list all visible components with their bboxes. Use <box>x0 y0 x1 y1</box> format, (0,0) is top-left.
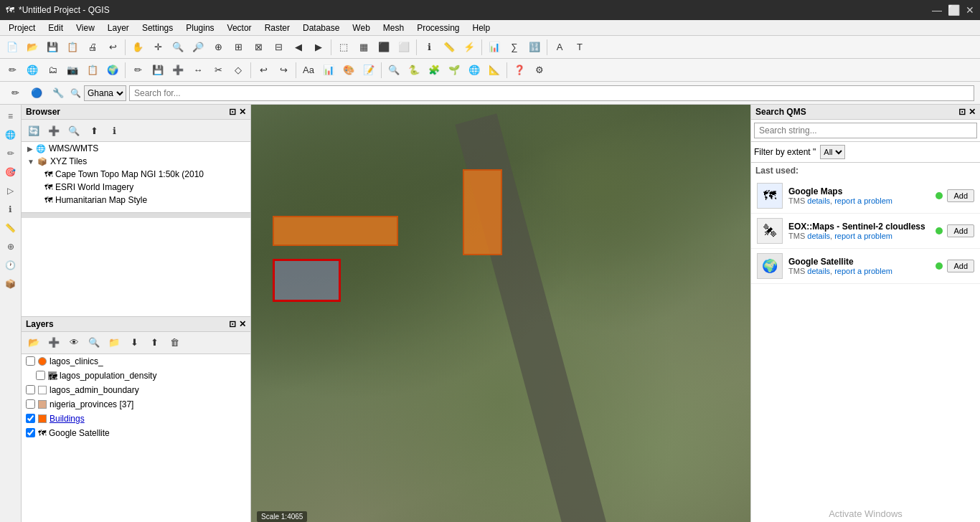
map-building-1[interactable] <box>463 169 502 255</box>
layers-expand-button[interactable]: ⬇ <box>125 333 143 352</box>
qms-report-google-sat-link[interactable]: report a problem <box>834 267 892 275</box>
sidebar-identify-icon[interactable]: ℹ <box>2 201 19 218</box>
menu-project[interactable]: Project <box>3 22 41 34</box>
sidebar-select-icon[interactable]: ▷ <box>2 182 19 199</box>
menu-database[interactable]: Database <box>297 22 345 34</box>
attribute-table-button[interactable]: 📊 <box>485 38 504 57</box>
menu-settings[interactable]: Settings <box>136 22 179 34</box>
undo-edit-button[interactable]: ↩ <box>254 61 273 80</box>
edit-current-button[interactable]: ✏ <box>3 61 22 80</box>
title-bar-controls[interactable]: — ⬜ ✕ <box>932 4 974 16</box>
new-project-button[interactable]: 📄 <box>3 38 22 57</box>
locator-filter-button[interactable]: 🔍 <box>385 61 403 80</box>
qms-float-icon[interactable]: ⊡ <box>958 107 966 117</box>
sidebar-browser-icon[interactable]: 🌐 <box>2 126 19 143</box>
browser-float-icon[interactable]: ⊡ <box>229 107 236 117</box>
menu-edit[interactable]: Edit <box>42 22 69 34</box>
menu-raster[interactable]: Raster <box>259 22 296 34</box>
zoom-last-button[interactable]: ◀ <box>289 38 308 57</box>
layer-item-buildings[interactable]: Buildings <box>22 412 250 426</box>
open-project-button[interactable]: 📂 <box>23 38 42 57</box>
qms-report-google-maps-link[interactable]: report a problem <box>834 196 892 205</box>
browser-properties-button[interactable]: ℹ <box>105 121 123 140</box>
add-csv-button[interactable]: 📋 <box>83 61 102 80</box>
browser-add-button[interactable]: ➕ <box>44 121 63 140</box>
add-layer-button[interactable]: 🌐 <box>23 61 42 80</box>
delete-feature-button[interactable]: ✂ <box>209 61 227 80</box>
sidebar-3d-icon[interactable]: 📦 <box>2 275 19 293</box>
layers-header-controls[interactable]: ⊡ ✕ <box>229 319 246 329</box>
map-building-selected[interactable] <box>273 259 341 302</box>
layer-checkbox-admin[interactable] <box>26 385 35 394</box>
qms-add-eox-button[interactable]: Add <box>947 224 974 237</box>
label-button[interactable]: A <box>550 38 569 57</box>
menu-view[interactable]: View <box>70 22 100 34</box>
layers-group-button[interactable]: 📁 <box>105 333 123 352</box>
maximize-button[interactable]: ⬜ <box>948 4 960 16</box>
zoom-out-button[interactable]: 🔎 <box>189 38 207 57</box>
qms-header-controls[interactable]: ⊡ ✕ <box>958 107 976 117</box>
current-edits-button[interactable]: ✏ <box>6 84 24 103</box>
qms-add-google-satellite-button[interactable]: Add <box>947 260 974 272</box>
map-area[interactable]: Scale 1:4065 <box>251 105 750 522</box>
zoom-next-button[interactable]: ▶ <box>309 38 328 57</box>
action-button[interactable]: ⚡ <box>460 38 479 57</box>
menu-processing[interactable]: Processing <box>411 22 465 34</box>
menu-layer[interactable]: Layer <box>102 22 135 34</box>
browser-item-capetown[interactable]: 🗺 Cape Town Topo Map NGI 1:50k (2010 <box>22 168 250 181</box>
browser-scrollbar[interactable] <box>22 212 250 218</box>
add-raster-button[interactable]: 📷 <box>63 61 82 80</box>
grass-button[interactable]: 🌱 <box>445 61 463 80</box>
layer-item-nigeria[interactable]: nigeria_provinces [37] <box>22 397 250 412</box>
layers-visibility-button[interactable]: 👁 <box>65 333 83 352</box>
calculator-button[interactable]: 🔢 <box>525 38 544 57</box>
label-color-button[interactable]: 🎨 <box>339 61 358 80</box>
menu-plugins[interactable]: Plugins <box>180 22 220 34</box>
layer-item-lagos-clinics[interactable]: lagos_clinics_ <box>22 354 250 369</box>
browser-item-xyz[interactable]: ▼ 📦 XYZ Tiles <box>22 155 250 168</box>
browser-filter-button[interactable]: 🔍 <box>65 121 83 140</box>
qms-item-google-satellite[interactable]: 🌍 Google Satellite TMS details, report a… <box>751 249 980 284</box>
layers-open-button[interactable]: 📂 <box>24 333 43 352</box>
layer-checkbox-nigeria[interactable] <box>26 399 35 409</box>
invert-selection-button[interactable]: ⬜ <box>395 38 413 57</box>
layers-float-icon[interactable]: ⊡ <box>229 319 236 329</box>
sidebar-measure-icon[interactable]: 📏 <box>2 219 19 237</box>
qms-details-google-maps-link[interactable]: details <box>807 196 830 205</box>
qms-details-eox-link[interactable]: details <box>807 232 830 240</box>
digitize-button[interactable]: 🔵 <box>27 84 46 103</box>
qms-close-icon[interactable]: ✕ <box>969 107 976 117</box>
label-tool-button[interactable]: Aa <box>299 61 318 80</box>
qms-item-eox[interactable]: 🛰 EOX::Maps - Sentinel-2 cloudless TMS d… <box>751 214 980 249</box>
save-as-button[interactable]: 📋 <box>63 38 82 57</box>
text-button[interactable]: T <box>570 38 589 57</box>
pan-to-selection-button[interactable]: ✛ <box>149 38 167 57</box>
layer-item-google-sat[interactable]: 🗺 Google Satellite <box>22 426 250 440</box>
python-button[interactable]: 🐍 <box>405 61 423 80</box>
print-button[interactable]: 🖨 <box>83 38 102 57</box>
redo-edit-button[interactable]: ↪ <box>274 61 293 80</box>
browser-collapse-button[interactable]: ⬆ <box>85 121 103 140</box>
sidebar-digitize-icon[interactable]: ✏ <box>2 145 19 162</box>
label-outline-button[interactable]: 📝 <box>359 61 378 80</box>
browser-item-esri[interactable]: 🗺 ESRI World Imagery <box>22 181 250 194</box>
layer-item-admin[interactable]: lagos_admin_boundary <box>22 383 250 397</box>
locator-country-select[interactable]: Ghana <box>84 85 126 101</box>
layer-checkbox-population[interactable] <box>36 371 45 380</box>
layers-add-button[interactable]: ➕ <box>44 333 63 352</box>
identify-button[interactable]: ℹ <box>420 38 438 57</box>
qms-details-google-sat-link[interactable]: details <box>807 267 830 275</box>
qms-item-google-maps[interactable]: 🗺 Google Maps TMS details, report a prob… <box>751 179 980 214</box>
browser-close-icon[interactable]: ✕ <box>239 107 246 117</box>
snapping-button[interactable]: 🔧 <box>49 84 67 103</box>
minimize-button[interactable]: — <box>932 4 942 16</box>
qms-add-google-maps-button[interactable]: Add <box>947 189 974 202</box>
menu-mesh[interactable]: Mesh <box>377 22 410 34</box>
qms-filter-select[interactable]: All <box>820 145 845 159</box>
zoom-layer-button[interactable]: ⊞ <box>229 38 248 57</box>
sidebar-layers-icon[interactable]: ≡ <box>2 108 19 125</box>
browser-item-humanitarian[interactable]: 🗺 Humanitarian Map Style <box>22 194 250 207</box>
menu-help[interactable]: Help <box>467 22 496 34</box>
locator-search-input[interactable] <box>129 85 974 101</box>
layers-filter-button[interactable]: 🔍 <box>85 333 103 352</box>
